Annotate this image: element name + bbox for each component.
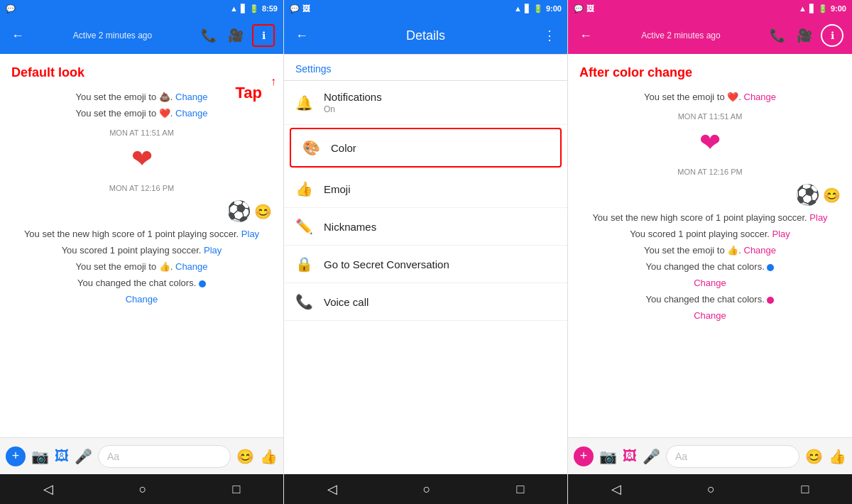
image-icon-r[interactable]: 🖼 xyxy=(623,448,637,464)
info-button-right[interactable]: ℹ xyxy=(821,24,843,47)
like-icon-right[interactable]: 👍 xyxy=(829,448,846,465)
image-icon-right: 🖼 xyxy=(586,4,594,13)
notifications-item[interactable]: 🔔 Notifications On xyxy=(284,81,567,125)
messenger-icon-mid: 💬 xyxy=(290,4,300,13)
time-left: 8:59 xyxy=(262,4,278,13)
thumbsup-icon: 👍 xyxy=(295,180,312,197)
image-icon-mid: 🖼 xyxy=(302,4,310,13)
left-panel: 💬 ▲ ▋ 🔋 8:59 ← Active 2 minutes ago 📞 🎥 … xyxy=(0,0,284,504)
voice-content: Voice call xyxy=(324,296,556,308)
color-content: Color xyxy=(331,142,549,154)
timestamp-1: MON AT 11:51 AM xyxy=(11,128,272,137)
battery-icon: 🔋 xyxy=(249,4,259,13)
status-right-right: ▲ ▋ 🔋 9:00 xyxy=(799,4,846,13)
palette-icon: 🎨 xyxy=(302,139,320,156)
voice-call-item[interactable]: 📞 Voice call xyxy=(284,283,567,321)
change-link-r3[interactable]: Change xyxy=(694,278,726,288)
back-button-left[interactable]: ← xyxy=(9,26,27,46)
emoji-icon-right[interactable]: 😊 xyxy=(805,448,823,465)
play-link-r1[interactable]: Play xyxy=(809,212,827,223)
annotation-after: After color change xyxy=(579,62,841,86)
status-left-right: 💬 🖼 xyxy=(574,4,594,13)
wifi-icon-right: ▲ xyxy=(799,4,807,13)
play-link-2[interactable]: Play xyxy=(204,245,222,256)
pencil-icon: ✏️ xyxy=(295,218,312,235)
status-right-mid: ▲ ▋ 🔋 9:00 xyxy=(514,4,562,13)
time-right: 9:00 xyxy=(831,4,846,13)
camera-icon-left[interactable]: 📷 xyxy=(31,448,49,465)
battery-icon-right: 🔋 xyxy=(818,4,828,13)
info-icon-left: ℹ xyxy=(262,30,266,41)
recents-nav-left[interactable]: □ xyxy=(233,482,241,497)
recents-nav-mid[interactable]: □ xyxy=(517,482,525,497)
more-button-mid[interactable]: ⋮ xyxy=(540,25,559,46)
video-icon-left[interactable]: 🎥 xyxy=(225,25,246,46)
info-button-left[interactable]: ℹ xyxy=(252,24,275,47)
play-link-1[interactable]: Play xyxy=(241,229,259,239)
recents-nav-right[interactable]: □ xyxy=(801,482,809,497)
change-link-r1[interactable]: Change xyxy=(744,92,777,102)
input-bar-left: + 📷 🖼 🎤 Aa 😊 👍 xyxy=(0,437,283,474)
home-nav-right[interactable]: ○ xyxy=(707,482,715,497)
phone-icon-right[interactable]: 📞 xyxy=(767,25,788,46)
secret-conversation-item[interactable]: 🔒 Go to Secret Conversation xyxy=(284,246,567,283)
home-nav-left[interactable]: ○ xyxy=(139,482,147,497)
change-link-2[interactable]: Change xyxy=(175,108,208,119)
emoji-msg-3: You set the emoji to 👍. Change xyxy=(11,261,272,272)
add-button-right[interactable]: + xyxy=(574,447,594,466)
change-link-3[interactable]: Change xyxy=(175,261,208,272)
lock-icon: 🔒 xyxy=(295,256,312,273)
messenger-icon: 💬 xyxy=(6,4,16,13)
play-link-r2[interactable]: Play xyxy=(772,229,790,239)
change-link-4[interactable]: Change xyxy=(126,294,158,305)
like-icon-left[interactable]: 👍 xyxy=(260,448,278,465)
change-link-1[interactable]: Change xyxy=(175,92,208,102)
phone-icon-mid: 📞 xyxy=(295,293,312,310)
status-bar-right: 💬 🖼 ▲ ▋ 🔋 9:00 xyxy=(568,0,852,17)
message-input-left[interactable]: Aa xyxy=(98,445,231,468)
emoji-icon-left[interactable]: 😊 xyxy=(236,448,254,465)
score-msg-2: You scored 1 point playing soccer. Play xyxy=(11,245,272,256)
change-link-r2[interactable]: Change xyxy=(744,245,777,256)
back-nav-mid[interactable]: ◁ xyxy=(327,481,337,497)
emoji-item[interactable]: 👍 Emoji xyxy=(284,170,567,208)
image-icon-left[interactable]: 🖼 xyxy=(55,448,69,464)
nicknames-title: Nicknames xyxy=(324,221,556,233)
back-nav-left[interactable]: ◁ xyxy=(43,481,53,497)
nav-bar-right: ◁ ○ □ xyxy=(568,474,852,504)
notifications-title: Notifications xyxy=(324,91,556,103)
back-button-right[interactable]: ← xyxy=(577,26,595,46)
phone-icon-left[interactable]: 📞 xyxy=(198,25,219,46)
messenger-icon-right: 💬 xyxy=(574,4,584,13)
message-input-right[interactable]: Aa xyxy=(666,445,799,468)
toolbar-right: ← Active 2 minutes ago 📞 🎥 ℹ xyxy=(568,17,852,54)
middle-panel: 💬 🖼 ▲ ▋ 🔋 9:00 ← Details ⋮ Settings 🔔 No… xyxy=(284,0,568,504)
camera-icon-right[interactable]: 📷 xyxy=(599,448,617,465)
chat-area-right: After color change You set the emoji to … xyxy=(568,54,852,437)
active-status-left: Active 2 minutes ago xyxy=(33,31,192,40)
status-left-icons: 💬 xyxy=(6,4,16,13)
add-button-left[interactable]: + xyxy=(6,447,26,466)
home-nav-mid[interactable]: ○ xyxy=(423,482,431,497)
color-item-wrapper: 🎨 Color xyxy=(290,128,562,168)
status-left-mid: 💬 🖼 xyxy=(290,4,310,13)
heart-pink-right: ❤ xyxy=(579,128,841,158)
details-title: Details xyxy=(317,28,535,43)
signal-icon: ▋ xyxy=(241,4,246,13)
settings-section-label: Settings xyxy=(284,55,567,80)
blue-dot-right xyxy=(767,264,774,271)
mic-icon-left[interactable]: 🎤 xyxy=(75,448,92,465)
emoji-msg-r1: You set the emoji to ❤️. Change xyxy=(579,92,841,102)
color-item[interactable]: 🎨 Color xyxy=(291,129,560,166)
back-nav-right[interactable]: ◁ xyxy=(611,481,621,497)
secret-title: Go to Secret Conversation xyxy=(324,258,556,270)
back-button-mid[interactable]: ← xyxy=(293,26,311,46)
bell-icon: 🔔 xyxy=(295,94,312,111)
nicknames-item[interactable]: ✏️ Nicknames xyxy=(284,208,567,246)
video-icon-right[interactable]: 🎥 xyxy=(794,25,815,46)
nav-bar-left: ◁ ○ □ xyxy=(0,474,283,504)
signal-icon-right: ▋ xyxy=(809,4,815,13)
change-link-r4[interactable]: Change xyxy=(694,310,726,321)
mic-icon-right[interactable]: 🎤 xyxy=(643,448,660,465)
voice-title: Voice call xyxy=(324,296,556,308)
